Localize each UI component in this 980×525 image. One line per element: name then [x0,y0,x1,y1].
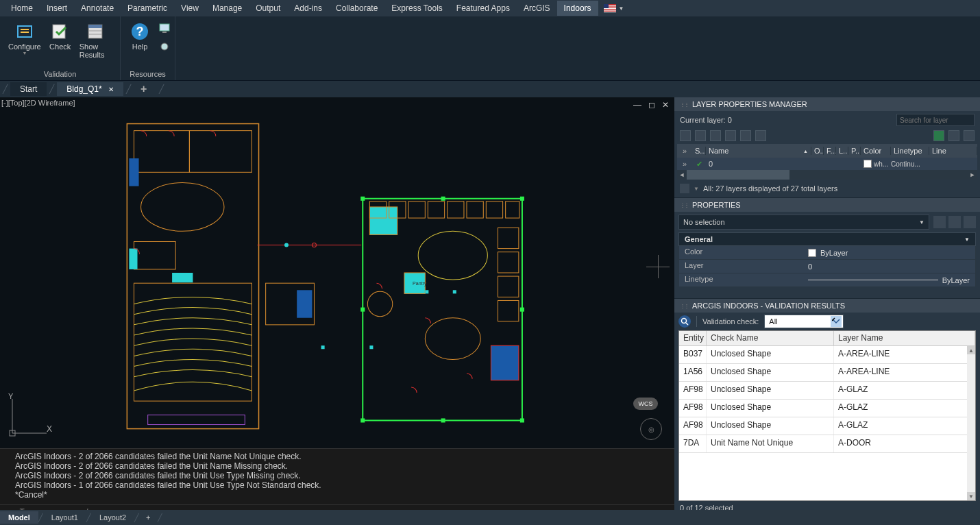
validation-check-value: All [769,317,777,326]
tab-expresstools[interactable]: Express Tools [384,1,449,16]
help-button[interactable]: ? Help [125,19,155,52]
color-swatch [808,249,816,257]
filter-icon[interactable] [680,184,689,193]
grip-icon: ⋮⋮ [680,202,688,208]
prop-row-linetype[interactable]: Linetype ByLayer [678,273,976,287]
configure-button[interactable]: Configure ▼ [4,19,45,57]
scroll-down-icon[interactable]: ▼ [967,492,975,500]
tab-parametric[interactable]: Parametric [121,1,174,16]
new-layer-frozen-icon[interactable] [695,130,706,141]
layer-filter2-icon[interactable] [755,130,766,141]
viewport-label[interactable]: [-][Top][2D Wireframe] [1,99,75,107]
panel-layer-properties: ⋮⋮ LAYER PROPERTIES MANAGER Current laye… [674,97,980,198]
col-entity[interactable]: Entity [679,331,707,345]
scroll-up-icon[interactable]: ▲ [967,346,975,354]
tab-layout1[interactable]: Layout1 [43,511,86,524]
locale-flag[interactable]: ▼ [604,4,624,12]
new-layer-icon[interactable] [680,130,691,141]
validation-row[interactable]: AF98 Unclosed Shape A-GLAZ [679,400,975,417]
doc-tab-active[interactable]: Bldg_Q1* ✕ [57,82,123,96]
svg-rect-62 [425,290,428,293]
col-freeze[interactable]: F... [824,147,836,155]
col-layername[interactable]: Layer Name [834,331,975,345]
validation-vscroll[interactable]: ▲ ▼ [967,346,975,500]
tab-collaborate[interactable]: Collaborate [329,1,384,16]
col-plot[interactable]: P... [848,147,861,155]
col-color[interactable]: Color [861,147,891,155]
expand-tree-icon[interactable]: » [677,147,692,155]
layer-toolbar [674,129,980,143]
chevron-down-icon: ▼ [22,51,27,56]
tab-view[interactable]: View [174,1,206,16]
layer-filter-icon[interactable] [740,130,751,141]
scroll-track[interactable] [967,354,975,492]
help-extra-button[interactable] [155,19,174,52]
check-button[interactable]: Check [45,19,75,52]
col-checkname[interactable]: Check Name [707,331,834,345]
col-name[interactable]: Name▲ [706,147,811,155]
command-history[interactable]: ArcGIS Indoors - 2 of 2066 candidates fa… [0,449,674,504]
col-lineweight[interactable]: Line [929,147,977,155]
tab-home[interactable]: Home [4,1,40,16]
general-header[interactable]: General ▼ [678,232,976,246]
scroll-thumb[interactable] [687,170,789,180]
panel-header[interactable]: ⋮⋮ LAYER PROPERTIES MANAGER [674,97,980,111]
panel-header[interactable]: ⋮⋮ ARCGIS INDOORS - VALIDATION RESULTS [674,299,980,313]
tab-insert[interactable]: Insert [40,1,74,16]
validation-row[interactable]: 7DA Unit Name Not Unique A-DOOR [679,435,975,453]
panel-header[interactable]: ⋮⋮ PROPERTIES [674,198,980,212]
layer-settings-icon[interactable] [948,130,959,141]
chevron-down-icon[interactable]: ▼ [694,186,699,192]
layer-search-input[interactable] [896,114,975,126]
tab-model[interactable]: Model [0,511,38,524]
tab-addins[interactable]: Add-ins [287,1,329,16]
viewcube[interactable]: ◎ [640,418,662,440]
menu-bar: Home Insert Annotate Parametric View Man… [0,0,980,16]
validation-row[interactable]: AF98 Unclosed Shape A-GLAZ [679,382,975,400]
doc-tab-start[interactable]: Start [10,82,47,96]
tab-output[interactable]: Output [249,1,287,16]
col-on[interactable]: O.. [811,147,824,155]
tab-manage[interactable]: Manage [206,1,249,16]
maximize-icon[interactable]: ◻ [648,100,655,110]
validation-check-dropdown[interactable]: All [764,315,844,328]
toggle-pickadd-icon[interactable] [964,216,976,228]
scroll-right-icon[interactable]: ► [968,170,977,180]
validation-row[interactable]: B037 Unclosed Shape A-AREA-LINE [679,346,975,364]
prop-row-layer[interactable]: Layer 0 [678,260,976,273]
close-tab-icon[interactable]: ✕ [108,86,114,93]
show-results-button[interactable]: Show Results [75,19,116,60]
tab-arcgis[interactable]: ArcGIS [517,1,557,16]
tab-indoors[interactable]: Indoors [557,1,598,16]
selection-dropdown[interactable]: No selection ▼ [678,215,929,230]
gear-icon[interactable] [964,130,975,141]
scroll-left-icon[interactable]: ◄ [677,170,687,180]
validation-row[interactable]: AF98 Unclosed Shape A-GLAZ [679,417,975,435]
tab-layout2[interactable]: Layout2 [91,511,134,524]
layer-states-icon[interactable] [725,130,736,141]
new-layout-button[interactable]: + [139,513,157,522]
validation-row[interactable]: 1A56 Unclosed Shape A-AREA-LINE [679,364,975,382]
select-objects-icon[interactable] [948,216,961,228]
dropdown-arrow-icon[interactable] [831,316,842,327]
close-icon[interactable]: ✕ [662,100,669,110]
zoom-to-icon[interactable] [678,315,691,328]
layer-hscroll[interactable]: ◄ ► [677,170,977,180]
refresh-icon[interactable] [933,130,944,141]
tab-featuredapps[interactable]: Featured Apps [450,1,517,16]
wcs-badge[interactable]: WCS [633,398,658,410]
command-line: ArcGIS Indoors - 1 of 2066 candidates fa… [15,480,669,490]
col-lock[interactable]: L... [836,147,848,155]
svg-rect-60 [498,276,519,297]
tab-annotate[interactable]: Annotate [74,1,121,16]
expand-tree-icon[interactable]: » [677,160,692,168]
col-status[interactable]: S... [692,147,706,155]
prop-row-color[interactable]: Color ByLayer [678,246,976,260]
quick-select-icon[interactable] [933,216,946,228]
viewport[interactable]: [-][Top][2D Wireframe] — ◻ ✕ [0,97,674,448]
col-linetype[interactable]: Linetype [891,147,929,155]
delete-layer-icon[interactable] [710,130,721,141]
svg-rect-40 [441,418,445,422]
new-tab-button[interactable]: + [140,83,147,95]
layer-row[interactable]: » ✔ 0 wh... Continu... [677,158,977,170]
